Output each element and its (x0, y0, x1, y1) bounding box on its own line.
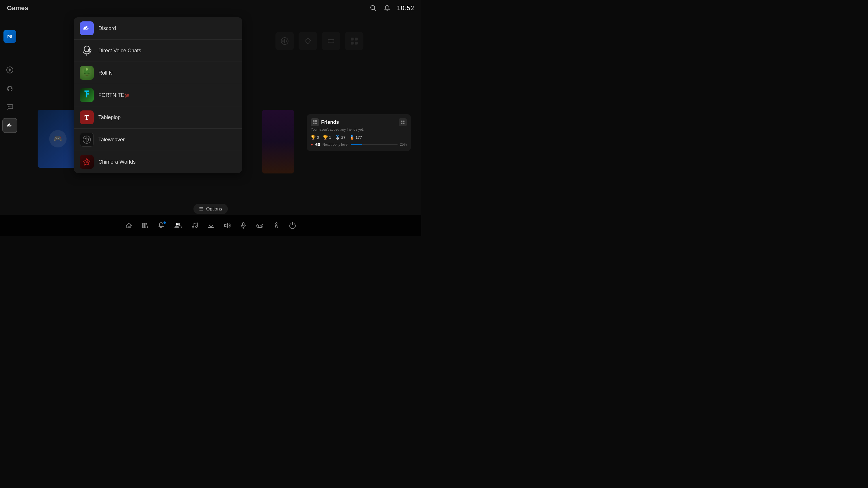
options-icon: ☰ (199, 206, 203, 212)
game-artwork (262, 110, 294, 173)
svg-rect-12 (351, 38, 353, 40)
fortnite-label: FORTNITE💯 (98, 92, 129, 98)
top-bar-right: 10:52 (369, 4, 414, 12)
svg-rect-9 (286, 40, 287, 42)
svg-rect-33 (144, 223, 146, 228)
xp-progress-bar (351, 144, 398, 145)
options-label: Options (206, 206, 222, 212)
top-bar-left: Games (7, 4, 28, 12)
svg-marker-3 (7, 68, 12, 72)
dropdown-item-chimera[interactable]: Chimera Worlds (74, 151, 242, 173)
svg-rect-19 (315, 123, 317, 124)
rolln-icon (80, 66, 94, 80)
svg-rect-17 (315, 120, 317, 122)
bg-game-icon-2 (299, 32, 317, 50)
bottom-bar (0, 215, 421, 236)
bottom-download[interactable] (208, 222, 214, 229)
bottom-volume[interactable] (224, 222, 230, 229)
trophy-platinum: 🏆 0 (311, 135, 319, 140)
clock: 10:52 (397, 4, 414, 12)
top-bar: Games 10:52 (0, 0, 421, 16)
sidebar-item-messages[interactable] (2, 99, 18, 115)
dropdown-item-taleweaver[interactable]: Taleweaver (74, 129, 242, 151)
svg-point-37 (195, 226, 197, 228)
chimera-label: Chimera Worlds (98, 159, 136, 165)
svg-rect-22 (401, 123, 402, 124)
svg-point-4 (8, 106, 9, 107)
bottom-friends[interactable] (174, 222, 182, 230)
svg-point-35 (178, 223, 180, 226)
bg-game-icon-4 (345, 32, 363, 50)
svg-point-6 (11, 106, 11, 107)
svg-point-36 (192, 226, 194, 228)
taleweaver-icon (80, 133, 94, 147)
dropdown-item-voice-chats[interactable]: Direct Voice Chats (74, 40, 242, 62)
svg-rect-23 (403, 123, 404, 124)
svg-point-43 (261, 225, 261, 226)
svg-rect-18 (313, 123, 314, 124)
svg-rect-16 (313, 120, 314, 122)
taleweaver-label: Taleweaver (98, 137, 125, 143)
dropdown-item-discord[interactable]: Discord (74, 18, 242, 40)
svg-rect-13 (355, 38, 358, 40)
game-thumb-1: 🎮 (38, 110, 78, 168)
bg-game-icon-3 (322, 32, 340, 50)
friends-add-icon[interactable] (399, 118, 407, 126)
friends-panel: Friends You haven't added any friends ye… (307, 114, 411, 151)
dropdown-item-tableplop[interactable]: T Tableplop (74, 106, 242, 129)
dropdown-panel: Discord Direct Voice Chats Roll N (74, 18, 242, 173)
discord-app-icon (80, 22, 94, 35)
bottom-library[interactable] (142, 222, 148, 229)
friends-title: Friends (321, 120, 339, 125)
svg-point-27 (86, 68, 88, 70)
bottom-power[interactable] (289, 222, 296, 229)
svg-point-45 (260, 226, 261, 226)
bottom-music[interactable] (191, 222, 198, 229)
friends-panel-icon (311, 118, 319, 126)
bg-game-icon-1 (275, 32, 294, 50)
bottom-home[interactable] (125, 222, 132, 229)
tableplop-label: Tableplop (98, 115, 121, 121)
voice-chats-icon (80, 44, 94, 58)
notifications-icon[interactable] (383, 4, 391, 12)
dropdown-item-fortnite[interactable]: FORTNITE💯 (74, 84, 242, 106)
svg-point-30 (86, 161, 88, 163)
bottom-accessibility[interactable] (273, 222, 280, 229)
chimera-icon (80, 155, 94, 169)
bottom-mic[interactable] (240, 222, 247, 229)
svg-rect-14 (351, 42, 353, 44)
options-bar: ☰ Options (193, 204, 228, 214)
sidebar-item-voice[interactable] (2, 81, 18, 96)
left-nav: PS (2, 29, 18, 133)
svg-rect-31 (128, 226, 130, 228)
svg-rect-21 (403, 121, 404, 122)
bottom-gamepad[interactable] (256, 222, 264, 229)
svg-point-46 (261, 226, 261, 227)
trophy-row: 🏆 0 🏆 1 🥈 27 🥉 177 (311, 135, 407, 140)
bg-icons-row (275, 32, 363, 50)
svg-line-1 (374, 9, 376, 11)
fortnite-icon (80, 88, 94, 102)
tableplop-icon: T (80, 110, 94, 124)
svg-point-5 (9, 106, 10, 107)
sidebar-item-explore[interactable] (2, 62, 18, 77)
bottom-notifications[interactable] (158, 222, 165, 229)
rolln-label: Roll N (98, 70, 113, 76)
trophy-silver: 🥈 27 (335, 135, 345, 140)
fortnite-badge: 💯 (124, 93, 129, 98)
svg-rect-15 (355, 42, 358, 44)
xp-row: ● 60 Next trophy level 25% (311, 142, 407, 147)
voice-chats-label: Direct Voice Chats (98, 48, 141, 54)
trophy-bronze: 🥉 177 (349, 135, 362, 140)
svg-rect-32 (142, 223, 144, 228)
svg-point-34 (176, 223, 178, 226)
svg-rect-20 (401, 121, 402, 122)
trophy-gold: 🏆 1 (323, 135, 331, 140)
sidebar-item-discord[interactable] (2, 118, 18, 133)
dropdown-item-rolln[interactable]: Roll N (74, 62, 242, 84)
svg-rect-10 (284, 39, 285, 43)
app-title: Games (7, 4, 28, 12)
svg-point-44 (261, 226, 262, 226)
sidebar-item-store[interactable]: PS (2, 29, 18, 44)
search-icon[interactable] (369, 4, 377, 12)
